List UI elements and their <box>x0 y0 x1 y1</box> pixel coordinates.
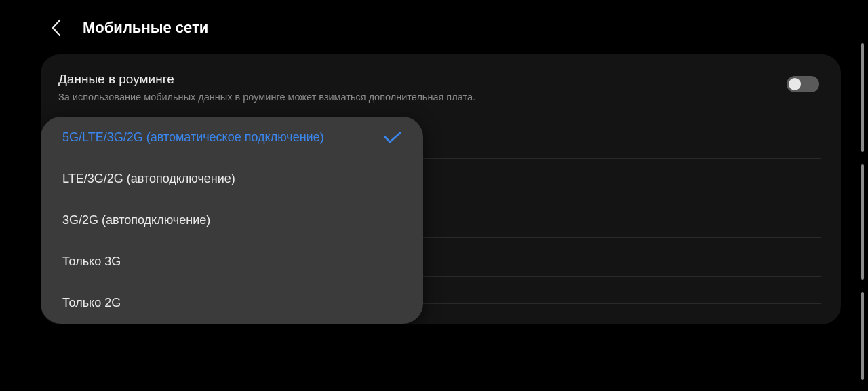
network-option-2g[interactable]: Только 2G <box>41 282 423 324</box>
network-option-5g[interactable]: 5G/LTE/3G/2G (автоматическое подключение… <box>41 117 423 158</box>
back-button[interactable] <box>49 20 64 35</box>
scroll-indicator[interactable] <box>861 292 864 380</box>
option-label: LTE/3G/2G (автоподключение) <box>62 172 235 186</box>
roaming-toggle[interactable] <box>787 76 819 92</box>
network-option-3g[interactable]: Только 3G <box>41 241 423 282</box>
option-label: 5G/LTE/3G/2G (автоматическое подключение… <box>62 130 324 145</box>
option-label: 3G/2G (автоподключение) <box>62 213 210 227</box>
network-option-3g2g[interactable]: 3G/2G (автоподключение) <box>41 200 423 241</box>
scroll-indicator[interactable] <box>861 164 864 280</box>
scroll-indicator[interactable] <box>861 43 864 152</box>
page-title: Мобильные сети <box>83 19 208 37</box>
option-label: Только 2G <box>62 296 121 310</box>
network-mode-dropdown: 5G/LTE/3G/2G (автоматическое подключение… <box>41 117 423 324</box>
roaming-desc: За использование мобильных данных в роум… <box>58 90 787 104</box>
check-icon <box>384 132 401 144</box>
option-label: Только 3G <box>62 255 121 269</box>
roaming-data-row[interactable]: Данные в роуминге За использование мобил… <box>57 69 821 119</box>
network-option-lte[interactable]: LTE/3G/2G (автоподключение) <box>41 158 423 200</box>
roaming-title: Данные в роуминге <box>58 72 787 87</box>
